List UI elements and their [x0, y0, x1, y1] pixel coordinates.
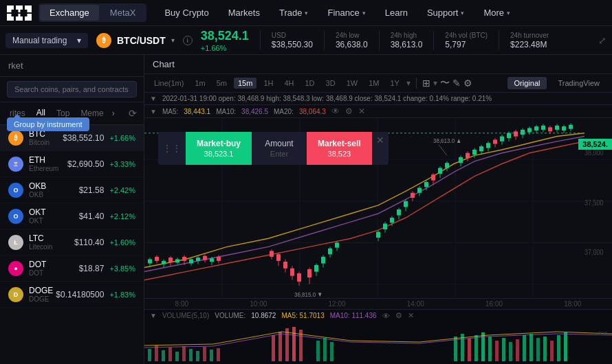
vol-settings-icon[interactable]: ⚙ — [395, 311, 402, 320]
refresh-button[interactable]: ⟳ — [129, 108, 137, 119]
nav-learn[interactable]: Learn — [375, 0, 417, 26]
svg-rect-51 — [297, 273, 301, 282]
svg-rect-143 — [468, 339, 471, 361]
svg-rect-43 — [270, 251, 274, 256]
list-item[interactable]: Ł LTC Litecoin $110.40 +1.60% — [0, 229, 144, 255]
svg-rect-118 — [562, 126, 566, 130]
svg-rect-41 — [217, 257, 221, 261]
trade-overlay-handle[interactable]: ⋮⋮ — [158, 132, 186, 165]
search-input[interactable] — [7, 81, 137, 98]
coin-name-group: OKB OKB — [29, 181, 79, 198]
svg-rect-100 — [500, 137, 504, 141]
svg-rect-132 — [217, 348, 220, 361]
svg-rect-153 — [536, 338, 540, 361]
nav-trade[interactable]: Trade ▾ — [270, 0, 318, 26]
volume-bar: ▼ VOLUME(5,10) VOLUME: 10.8672 MA5: 51.7… — [144, 309, 612, 364]
tf-1mo[interactable]: 1M — [364, 78, 383, 89]
ma-settings-icon[interactable]: ⚙ — [345, 106, 353, 116]
exchange-metax-tabs: Exchange MetaX — [39, 3, 146, 22]
search-box — [0, 77, 144, 102]
svg-rect-7 — [21, 10, 28, 16]
x-axis: 8:00 10:00 12:00 14:00 16:00 18:00 — [144, 298, 612, 309]
tf-1w[interactable]: 1W — [342, 78, 362, 89]
tf-4h[interactable]: 4H — [280, 78, 298, 89]
tf-1d[interactable]: 1D — [301, 78, 319, 89]
svg-rect-66 — [383, 224, 387, 229]
nav-finance[interactable]: Finance ▾ — [318, 0, 375, 26]
list-item[interactable]: O OKB OKB $21.58 +2.42% — [0, 177, 144, 203]
svg-rect-155 — [550, 341, 554, 361]
svg-rect-125 — [168, 348, 172, 361]
tf-1m[interactable]: 1m — [190, 78, 209, 89]
tf-3d[interactable]: 3D — [322, 78, 340, 89]
chart-draw-icon[interactable]: ✎ — [452, 78, 461, 89]
chart-type-arrow[interactable]: ▾ — [433, 78, 437, 88]
list-item[interactable]: D DOGE DOGE $0.14180500 +1.83% — [0, 282, 144, 308]
pair-selector[interactable]: ₿ BTC/USDT ▾ — [96, 33, 175, 48]
tf-1y[interactable]: 1Y — [386, 78, 403, 89]
tf-5m[interactable]: 5m — [212, 78, 231, 89]
svg-rect-29 — [175, 259, 179, 262]
nav-markets[interactable]: Markets — [219, 0, 270, 26]
svg-rect-21 — [148, 259, 152, 263]
svg-text:38,613.0 ▲: 38,613.0 ▲ — [433, 137, 461, 145]
tab-exchange[interactable]: Exchange — [40, 5, 99, 21]
vol-stat: 24h vol (BTC) 5,797 — [445, 32, 488, 49]
trade-overlay-close[interactable]: ✕ — [372, 132, 389, 165]
trading-mode-selector[interactable]: Manual trading ▾ — [6, 33, 88, 48]
svg-rect-148 — [502, 338, 505, 361]
tf-dropdown[interactable]: ▾ — [406, 78, 411, 88]
trade-amount-box: Amount Enter — [252, 132, 307, 165]
chart-type-icon[interactable]: ⊞ — [422, 78, 430, 89]
coin-name-group: DOGE DOGE — [29, 286, 56, 303]
filter-more-arrow[interactable]: › — [112, 109, 115, 118]
svg-rect-106 — [521, 130, 525, 135]
svg-rect-47 — [283, 262, 287, 269]
tf-15m[interactable]: 15m — [234, 78, 256, 89]
svg-rect-58 — [321, 257, 325, 264]
svg-text:36,815.0 ▼: 36,815.0 ▼ — [294, 291, 323, 298]
tf-1h[interactable]: 1H — [259, 78, 277, 89]
tf-line1m[interactable]: Line(1m) — [150, 78, 188, 89]
doge-coin-icon: D — [8, 287, 23, 302]
svg-rect-120 — [569, 125, 573, 129]
svg-rect-56 — [314, 265, 318, 272]
svg-rect-88 — [459, 157, 463, 163]
finance-arrow: ▾ — [362, 10, 366, 16]
ma-close-icon[interactable]: ✕ — [358, 106, 365, 116]
svg-text:37,500: 37,500 — [584, 198, 604, 207]
coin-name-group: DOT DOT — [29, 260, 79, 277]
ma-eye-icon[interactable]: 👁 — [331, 106, 340, 116]
list-item[interactable]: Ξ ETH Ethereum $2,690.50 +3.33% — [0, 151, 144, 177]
nav-more[interactable]: More ▾ — [474, 0, 520, 26]
pair-info-icon[interactable]: i — [183, 36, 193, 45]
market-sell-button[interactable]: Market-sell 38,523 — [307, 132, 372, 165]
nav-buy-crypto[interactable]: Buy Crypto — [155, 0, 218, 26]
market-buy-button[interactable]: Market-buy 38,523.1 — [186, 132, 252, 165]
view-original[interactable]: Original — [507, 77, 547, 89]
chart-line-icon[interactable]: 〜 — [440, 77, 450, 89]
chart-toolbar: Line(1m) 1m 5m 15m 1H 4H 1D 3D 1W 1M 1Y … — [144, 74, 612, 93]
okx-logo[interactable] — [6, 3, 33, 23]
chart-info-bar: ▼ 2022-01-31 19:00 open: 38,468.9 high: … — [144, 93, 612, 105]
view-tradingview[interactable]: TradingView — [551, 77, 606, 89]
svg-rect-134 — [278, 332, 282, 361]
svg-rect-130 — [203, 347, 206, 361]
ltc-coin-icon: Ł — [8, 235, 23, 250]
tab-metax[interactable]: MetaX — [100, 5, 146, 21]
list-item[interactable]: O OKT OKT $41.40 +2.12% — [0, 203, 144, 229]
svg-rect-80 — [431, 174, 435, 180]
chart-settings-icon[interactable]: ⚙ — [463, 78, 472, 89]
list-item[interactable]: ● DOT DOT $18.87 +3.85% — [0, 255, 144, 282]
vol-close-icon[interactable]: ✕ — [408, 311, 414, 320]
expand-icon[interactable]: ⤢ — [598, 35, 606, 46]
divider-1 — [260, 31, 261, 50]
svg-rect-116 — [555, 126, 559, 130]
svg-rect-127 — [182, 346, 186, 361]
okb-coin-icon: O — [8, 183, 23, 198]
svg-rect-76 — [417, 188, 422, 193]
current-price-label: 38,524. — [578, 139, 612, 150]
trading-bar: Manual trading ▾ ₿ BTC/USDT ▾ i 38,524.1… — [0, 26, 612, 55]
nav-support[interactable]: Support ▾ — [417, 0, 474, 26]
vol-eye-icon[interactable]: 👁 — [382, 312, 390, 320]
